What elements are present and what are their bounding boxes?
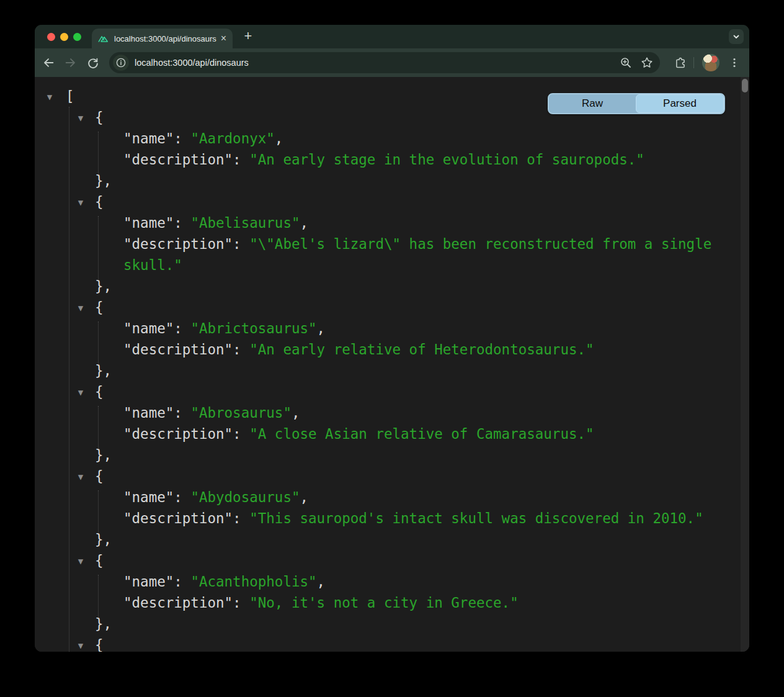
- colon: :: [233, 236, 249, 252]
- address-bar[interactable]: localhost:3000/api/dinosaurs: [109, 52, 660, 73]
- forward-arrow-icon: [64, 56, 78, 70]
- name-value: "Abydosaurus": [190, 489, 300, 505]
- colon: :: [233, 426, 249, 442]
- colon: :: [233, 510, 249, 526]
- name-key: "name": [123, 320, 174, 336]
- back-button[interactable]: [38, 53, 58, 73]
- entry-close-row: },: [35, 170, 741, 191]
- entry-close-row: },: [35, 613, 741, 634]
- star-icon: [641, 56, 653, 69]
- json-entry: ▼{ "name": "Acanthopholis", "description…: [35, 550, 741, 634]
- parsed-button[interactable]: Parsed: [636, 94, 724, 113]
- json-entry: ▼{ "name": "Abrictosaurus", "description…: [35, 297, 741, 381]
- comma: ,: [292, 405, 300, 421]
- comma: ,: [300, 489, 308, 505]
- info-icon: [116, 58, 126, 68]
- browser-tab[interactable]: localhost:3000/api/dinosaurs ×: [92, 29, 233, 48]
- description-value: "This sauropod's intact skull was discov…: [249, 510, 703, 526]
- collapse-toggle-icon[interactable]: ▼: [74, 635, 87, 652]
- entry-close-row: },: [35, 360, 741, 381]
- name-value: "Abrosaurus": [190, 405, 292, 421]
- fullscreen-window-button[interactable]: [73, 33, 81, 41]
- colon: :: [174, 130, 190, 146]
- description-key: "description": [123, 236, 233, 252]
- json-entries: ▼{ "name": "Aardonyx", "description": "A…: [35, 107, 741, 634]
- close-brace: },: [95, 173, 112, 189]
- tab-strip: localhost:3000/api/dinosaurs × +: [35, 25, 749, 48]
- description-value: "An early stage in the evolution of saur…: [249, 151, 644, 168]
- minimize-window-button[interactable]: [60, 33, 68, 41]
- zoom-level-button[interactable]: [619, 56, 633, 70]
- comma: ,: [317, 320, 326, 336]
- collapse-toggle-icon[interactable]: ▼: [74, 107, 87, 128]
- name-key: "name": [123, 489, 174, 505]
- description-key: "description": [123, 510, 233, 526]
- new-tab-button[interactable]: +: [239, 28, 257, 45]
- collapse-toggle-icon[interactable]: ▼: [74, 297, 87, 318]
- site-info-button[interactable]: [113, 55, 129, 71]
- description-key: "description": [123, 426, 233, 442]
- extensions-button[interactable]: [671, 54, 688, 71]
- colon: :: [174, 573, 190, 590]
- close-brace: },: [95, 616, 112, 632]
- entry-open-row: ▼{: [35, 297, 741, 318]
- forward-button[interactable]: [61, 53, 81, 73]
- collapse-toggle-icon[interactable]: ▼: [74, 466, 87, 487]
- entry-open-row: ▼{: [35, 381, 741, 402]
- site-favicon-mountains-icon: [98, 34, 109, 43]
- open-brace: {: [95, 194, 104, 210]
- description-key: "description": [123, 595, 233, 611]
- three-dot-menu-icon: [729, 57, 740, 68]
- collapse-toggle-icon[interactable]: ▼: [43, 86, 56, 107]
- browser-window: localhost:3000/api/dinosaurs × +: [35, 25, 749, 652]
- description-property-row: "description": "An early stage in the ev…: [35, 149, 716, 170]
- chevron-down-icon: [732, 32, 741, 41]
- page-content: ▼[ ▼{ "name": "Aardonyx", "description":…: [35, 77, 749, 652]
- close-brace: },: [95, 531, 112, 547]
- description-property-row: "description": "An early relative of Het…: [35, 339, 716, 360]
- description-property-row: "description": "\"Abel's lizard\" has be…: [35, 233, 716, 276]
- collapse-toggle-icon[interactable]: ▼: [74, 382, 87, 403]
- colon: :: [174, 320, 190, 336]
- zoom-magnifier-icon: [620, 56, 632, 69]
- back-arrow-icon: [42, 56, 55, 70]
- colon: :: [233, 595, 249, 611]
- json-entry: ▼{ "name": "Aardonyx", "description": "A…: [35, 107, 741, 191]
- collapse-toggle-icon[interactable]: ▼: [74, 551, 87, 572]
- close-window-button[interactable]: [47, 33, 55, 41]
- browser-menu-button[interactable]: [727, 55, 742, 70]
- entry-open-row: ▼{: [35, 550, 741, 571]
- comma: ,: [300, 215, 308, 231]
- scrollbar-thumb[interactable]: [742, 79, 748, 92]
- json-entry: ▼{ "name": "Abrosaurus", "description": …: [35, 381, 741, 465]
- open-bracket: [: [66, 88, 74, 104]
- browser-toolbar: localhost:3000/api/dinosaurs: [35, 48, 749, 77]
- description-property-row: "description": "A close Asian relative o…: [35, 423, 716, 444]
- collapse-toggle-icon[interactable]: ▼: [74, 192, 87, 213]
- colon: :: [174, 489, 190, 505]
- open-brace: {: [95, 637, 104, 652]
- name-property-row: "name": "Abrictosaurus",: [35, 318, 716, 339]
- comma: ,: [317, 573, 326, 590]
- name-property-row: "name": "Abydosaurus",: [35, 487, 716, 508]
- name-value: "Aardonyx": [190, 130, 274, 146]
- description-value: "No, it's not a city in Greece.": [249, 595, 518, 611]
- bookmark-star-button[interactable]: [640, 56, 654, 70]
- close-brace: },: [95, 447, 112, 463]
- open-brace: {: [95, 299, 104, 315]
- close-brace: },: [95, 362, 112, 379]
- scrollbar-track[interactable]: [741, 77, 749, 652]
- entry-open-row: ▼{: [35, 191, 741, 212]
- entry-open-row: ▼{: [35, 465, 741, 487]
- entry-close-row: },: [35, 529, 741, 550]
- name-key: "name": [123, 573, 174, 590]
- name-key: "name": [123, 130, 174, 146]
- colon: :: [174, 215, 190, 231]
- raw-button[interactable]: Raw: [549, 94, 636, 113]
- open-brace: {: [95, 109, 104, 125]
- tab-close-icon[interactable]: ×: [221, 34, 226, 43]
- reload-button[interactable]: [83, 53, 103, 73]
- tab-search-chevron-button[interactable]: [729, 29, 744, 44]
- profile-avatar-button[interactable]: [702, 54, 719, 71]
- name-property-row: "name": "Abelisaurus",: [35, 212, 716, 233]
